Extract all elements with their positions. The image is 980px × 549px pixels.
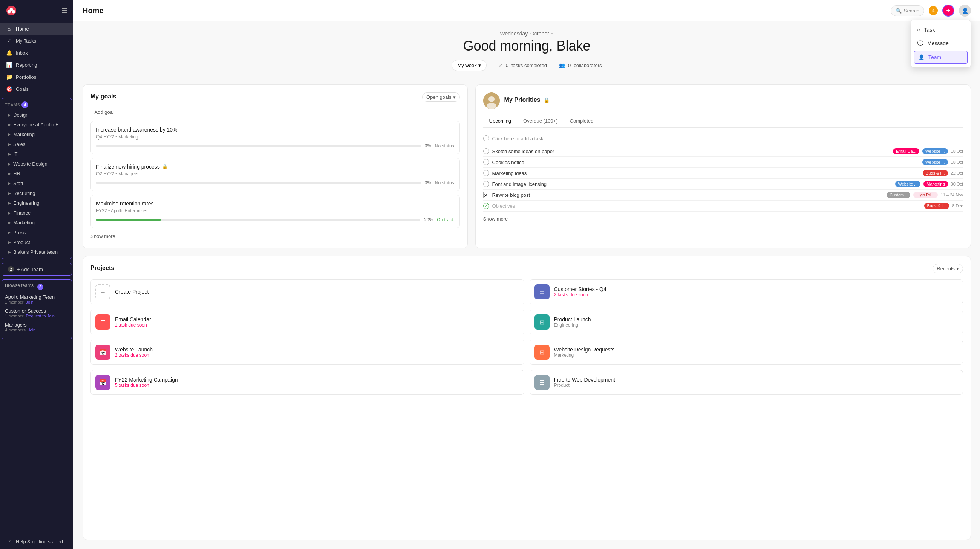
task-name: Font and image licensing [492, 181, 892, 187]
priorities-avatar [483, 92, 500, 109]
add-team-label: + Add Team [17, 267, 43, 272]
dropdown-label: Message [927, 40, 949, 46]
team-item-blake[interactable]: ▶ Blake's Private team [3, 247, 70, 257]
task-checkbox[interactable] [483, 159, 489, 165]
chevron-icon: ▶ [8, 123, 11, 127]
browse-team-managers: Managers 4 members Join [5, 322, 68, 332]
progress-bar [96, 219, 420, 221]
team-label: HR [13, 171, 21, 177]
team-item-engineering[interactable]: ▶ Engineering [3, 198, 70, 208]
team-label: Website Design [13, 161, 48, 167]
add-team-button[interactable]: 2 + Add Team [2, 263, 72, 275]
lock-icon: 🔒 [162, 164, 168, 169]
blocked-icon: ✕ [483, 192, 489, 198]
task-name: Marketing ideas [492, 170, 920, 176]
recents-selector[interactable]: Recents ▾ [932, 264, 963, 274]
team-item-everyone[interactable]: ▶ Everyone at Apollo E... [3, 120, 70, 129]
team-item-design[interactable]: ▶ Design [3, 110, 70, 119]
show-more-priorities-button[interactable]: Show more [483, 215, 963, 223]
user-avatar[interactable]: 👤 [959, 5, 971, 17]
team-item-recruiting[interactable]: ▶ Recruiting [3, 189, 70, 198]
week-label: My week [457, 63, 476, 68]
hamburger-icon[interactable]: ☰ [61, 6, 67, 15]
task-checkbox[interactable]: ✓ [483, 203, 489, 209]
project-intro-web-dev[interactable]: ☰ Intro to Web Development Product [530, 370, 963, 395]
sidebar-item-my-tasks[interactable]: ✓ My Tasks [0, 35, 73, 47]
team-item-marketing[interactable]: ▶ Marketing [3, 130, 70, 139]
project-product-launch[interactable]: ⊞ Product Launch Engineering [530, 310, 963, 334]
team-item-finance[interactable]: ▶ Finance [3, 208, 70, 218]
goal-meta: Q4 FY22 • Marketing [96, 134, 454, 140]
show-more-button[interactable]: Show more [91, 232, 460, 240]
create-button[interactable]: + [942, 5, 955, 17]
team-item-product[interactable]: ▶ Product [3, 237, 70, 247]
create-project-item[interactable]: ＋ Create Project [91, 279, 524, 304]
team-item-it[interactable]: ▶ IT [3, 149, 70, 159]
asana-logo [6, 5, 17, 16]
task-icon: ○ [917, 27, 920, 33]
dropdown-item-team[interactable]: 👤 Team [914, 51, 967, 64]
task-checkbox[interactable] [483, 148, 489, 154]
task-checkbox[interactable] [483, 181, 489, 187]
tasks-label: tasks completed [511, 63, 547, 68]
chevron-icon: ▶ [8, 152, 11, 156]
search-box[interactable]: 🔍 Search [891, 5, 924, 16]
task-tag: Website ... [922, 159, 948, 165]
join-button[interactable]: Join [26, 300, 33, 304]
dropdown-item-message[interactable]: 💬 Message [911, 37, 970, 50]
team-meta: 1 member Join [5, 300, 68, 304]
join-button[interactable]: Join [28, 328, 35, 332]
project-sub: 2 tasks due soon [115, 353, 153, 358]
goals-title: My goals [91, 93, 116, 100]
help-label: Help & getting started [16, 539, 63, 544]
project-name: Intro to Web Development [554, 377, 615, 383]
team-item-hr[interactable]: ▶ HR [3, 169, 70, 178]
team-name: Managers [5, 322, 68, 328]
sidebar: ☰ ⌂ Home ✓ My Tasks 🔔 Inbox 📊 Reporting … [0, 0, 73, 549]
project-website-launch[interactable]: 📅 Website Launch 2 tasks due soon [91, 340, 524, 364]
task-row: Sketch some ideas on paper Email Ca... W… [483, 146, 963, 157]
dropdown-item-task[interactable]: ○ Task [911, 23, 970, 37]
progress-percent: 0% [425, 180, 431, 186]
dropdown-label: Team [928, 54, 941, 60]
team-item-staff[interactable]: ▶ Staff [3, 179, 70, 188]
check-icon: ✓ [499, 63, 503, 68]
team-item-press[interactable]: ▶ Press [3, 228, 70, 237]
add-task-row[interactable]: Click here to add a task... [483, 132, 963, 145]
goals-card-header: My goals Open goals ▾ [91, 92, 460, 102]
open-goals-button[interactable]: Open goals ▾ [422, 92, 460, 102]
project-email-calendar[interactable]: ☰ Email Calendar 1 task due soon [91, 310, 524, 334]
team-item-website-design[interactable]: ▶ Website Design [3, 159, 70, 169]
sidebar-item-goals[interactable]: 🎯 Goals [0, 83, 73, 95]
dropdown-label: Task [924, 27, 935, 33]
add-goal-button[interactable]: + Add goal [91, 108, 460, 116]
request-join-button[interactable]: Request to Join [26, 314, 55, 318]
task-date: 22 Oct [951, 171, 963, 175]
project-customer-stories[interactable]: ☰ Customer Stories - Q4 2 tasks due soon [530, 279, 963, 304]
goals-card: My goals Open goals ▾ + Add goal Increas… [83, 84, 468, 248]
sidebar-item-reporting[interactable]: 📊 Reporting [0, 59, 73, 71]
chevron-down-icon: ▾ [453, 94, 456, 100]
chevron-icon: ▶ [8, 231, 11, 234]
task-tag: Bugs & I... [923, 170, 948, 176]
chevron-icon: ▶ [8, 240, 11, 244]
team-item-sales[interactable]: ▶ Sales [3, 140, 70, 149]
progress-fill [96, 219, 161, 221]
task-checkbox[interactable] [483, 170, 489, 176]
progress-bar [96, 145, 421, 147]
team-name: Apollo Marketing Team [5, 294, 68, 300]
notification-badge[interactable]: 4 [929, 6, 938, 15]
project-fy22-marketing[interactable]: 📅 FY22 Marketing Campaign 5 tasks due so… [91, 370, 524, 395]
sidebar-item-home[interactable]: ⌂ Home [0, 22, 73, 35]
help-button[interactable]: ? Help & getting started [0, 534, 73, 549]
tab-overdue[interactable]: Overdue (100+) [517, 115, 563, 127]
tab-completed[interactable]: Completed [564, 115, 600, 127]
sidebar-item-portfolios[interactable]: 📁 Portfolios [0, 71, 73, 83]
sidebar-item-inbox[interactable]: 🔔 Inbox [0, 47, 73, 59]
teams-section: Teams 4 ▶ Design ▶ Everyone at Apollo E.… [2, 98, 72, 259]
team-item-marketing2[interactable]: ▶ Marketing [3, 218, 70, 228]
priorities-title: My Priorities 🔒 [504, 97, 550, 103]
project-website-design-requests[interactable]: ⊞ Website Design Requests Marketing [530, 340, 963, 364]
tab-upcoming[interactable]: Upcoming [483, 115, 517, 127]
week-selector[interactable]: My week ▾ [452, 60, 486, 71]
